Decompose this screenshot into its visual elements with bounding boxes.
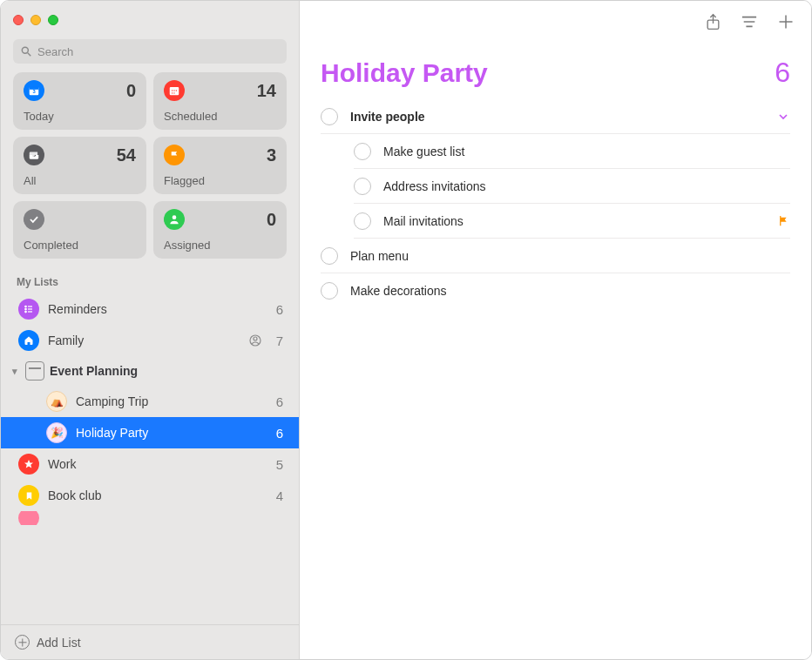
smart-card-today[interactable]: 3 0 Today [13, 72, 146, 130]
reminder-row[interactable]: Mail invitations [354, 204, 790, 239]
svg-point-16 [25, 311, 27, 313]
complete-toggle[interactable] [354, 143, 371, 160]
list-name: Work [48, 457, 76, 471]
svg-point-8 [176, 90, 177, 91]
bookmark-icon [18, 485, 39, 506]
flag-icon [164, 145, 185, 165]
complete-toggle[interactable] [321, 108, 338, 125]
reminders-list: Invite people Make guest list Address in… [300, 96, 811, 308]
window-zoom-button[interactable] [48, 15, 58, 25]
smart-label: Flagged [164, 174, 276, 187]
titlebar [1, 1, 299, 39]
list-name: Reminders [48, 302, 107, 316]
tent-icon: ⛺ [46, 391, 67, 412]
svg-point-14 [25, 308, 27, 310]
svg-point-6 [172, 90, 173, 91]
lists-area: Reminders 6 Family 7 ▾ Event Planning ⛺ [1, 293, 299, 624]
list-name: Holiday Party [76, 426, 148, 440]
calendar-icon [164, 80, 185, 101]
sidebar-item-partial[interactable] [1, 511, 299, 525]
main-area: Holiday Party 6 Invite people Make guest… [300, 1, 811, 659]
add-list-button[interactable]: Add List [1, 624, 299, 659]
svg-point-11 [173, 215, 177, 219]
complete-toggle[interactable] [321, 247, 338, 265]
smart-label: Completed [24, 239, 136, 252]
sidebar-item-camping-trip[interactable]: ⛺ Camping Trip 6 [1, 386, 299, 417]
svg-point-9 [172, 92, 173, 93]
chevron-down-icon: ▾ [10, 366, 20, 377]
reminder-row[interactable]: Plan menu [321, 239, 790, 273]
tray-icon [24, 145, 44, 165]
reminder-row[interactable]: Make guest list [354, 134, 790, 169]
reminder-row[interactable]: Make decorations [321, 273, 790, 308]
folder-name: Event Planning [50, 364, 138, 378]
complete-toggle[interactable] [354, 178, 371, 195]
smart-label: All [24, 174, 136, 187]
star-icon [18, 454, 39, 475]
section-header-my-lists: My Lists [1, 266, 299, 293]
list-count: 7 [276, 333, 283, 348]
list-count: 4 [276, 488, 283, 503]
smart-count: 3 [267, 145, 276, 165]
list-count: 5 [276, 457, 283, 472]
sidebar-item-work[interactable]: Work 5 [1, 448, 299, 480]
list-name: Family [48, 333, 84, 347]
smart-card-scheduled[interactable]: 14 Scheduled [153, 72, 287, 130]
reminder-title: Invite people [350, 110, 764, 124]
list-count: 6 [276, 394, 283, 409]
reminder-title: Plan menu [350, 249, 790, 263]
svg-point-10 [173, 92, 174, 93]
reminder-title: Make guest list [383, 145, 790, 158]
sidebar-folder-event-planning[interactable]: ▾ Event Planning [1, 356, 299, 386]
app-window: 3 0 Today 14 Scheduled [0, 0, 812, 660]
list-bullet-icon [18, 299, 39, 320]
smart-count: 0 [126, 81, 136, 101]
expand-subtasks-button[interactable] [776, 110, 790, 124]
search-input[interactable] [37, 45, 280, 58]
smart-card-completed[interactable]: Completed [13, 201, 146, 259]
smart-card-assigned[interactable]: 0 Assigned [153, 201, 287, 259]
sidebar-item-holiday-party[interactable]: 🎉 Holiday Party 6 [1, 417, 299, 448]
new-reminder-button[interactable] [776, 12, 795, 31]
sidebar: 3 0 Today 14 Scheduled [1, 1, 300, 659]
reminder-row[interactable]: Address invitations [354, 169, 790, 204]
reminder-row[interactable]: Invite people [321, 99, 790, 134]
svg-point-0 [22, 47, 28, 53]
share-button[interactable] [703, 12, 722, 31]
smart-lists-grid: 3 0 Today 14 Scheduled [1, 72, 299, 266]
smart-card-flagged[interactable]: 3 Flagged [153, 137, 287, 194]
smart-label: Scheduled [164, 110, 276, 123]
complete-toggle[interactable] [354, 212, 371, 230]
list-name: Book club [48, 488, 101, 502]
complete-toggle[interactable] [321, 282, 338, 300]
shared-indicator-icon [248, 333, 262, 347]
party-icon: 🎉 [46, 422, 67, 443]
sidebar-item-book-club[interactable]: Book club 4 [1, 480, 299, 511]
smart-count: 0 [267, 210, 276, 230]
reminder-title: Mail invitations [383, 214, 765, 228]
reminder-title: Make decorations [350, 284, 790, 298]
svg-line-1 [28, 53, 31, 57]
smart-card-all[interactable]: 54 All [13, 137, 146, 194]
sidebar-item-reminders[interactable]: Reminders 6 [1, 293, 299, 325]
list-header: Holiday Party 6 [300, 43, 811, 96]
svg-point-19 [254, 337, 257, 340]
list-count: 6 [276, 426, 283, 441]
smart-count: 54 [117, 145, 136, 165]
window-minimize-button[interactable] [30, 15, 41, 25]
search-field[interactable] [13, 39, 287, 64]
search-icon [20, 45, 32, 57]
reminder-title: Address invitations [383, 179, 790, 193]
list-icon [18, 511, 39, 525]
flag-icon [777, 214, 790, 227]
svg-point-7 [173, 90, 174, 91]
toolbar [300, 1, 811, 43]
sidebar-item-family[interactable]: Family 7 [1, 325, 299, 356]
svg-marker-20 [24, 460, 33, 468]
smart-count: 14 [257, 81, 276, 101]
add-list-label: Add List [37, 636, 81, 650]
window-close-button[interactable] [13, 15, 24, 25]
checkmark-icon [24, 209, 44, 230]
view-options-button[interactable] [740, 12, 759, 31]
calendar-icon: 3 [24, 80, 44, 101]
